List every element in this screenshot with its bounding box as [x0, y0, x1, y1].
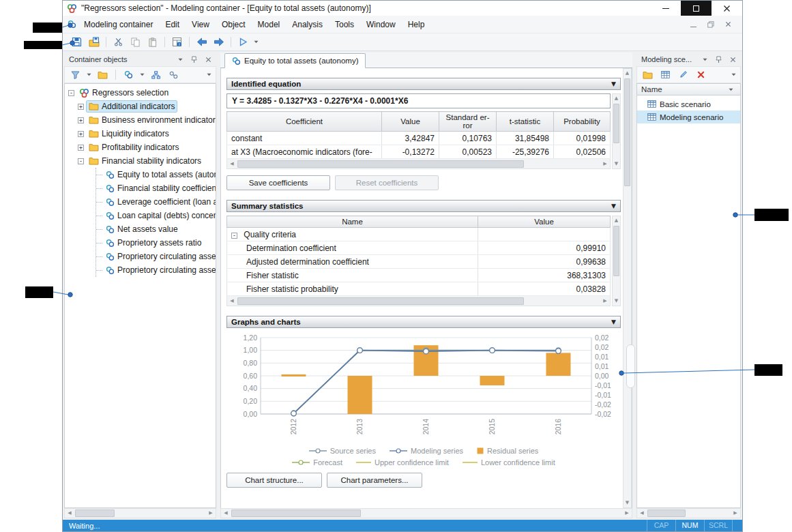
splitter-grip[interactable] [626, 344, 635, 388]
model-button[interactable] [121, 68, 136, 83]
mdi-close-button[interactable] [725, 21, 731, 27]
tree-leaf[interactable]: Proprietory circulating assets [96, 263, 216, 277]
column-header[interactable]: Value [478, 216, 611, 228]
scroll-left-icon[interactable]: ◀ [65, 509, 74, 518]
chart-structure-button[interactable]: Chart structure... [226, 473, 322, 488]
tree-folder[interactable]: +Profitability indicators [65, 141, 216, 154]
minimize-button[interactable] [650, 1, 681, 16]
tab-equity-to-total-assets[interactable]: Equity to total assets (autonomy) [224, 53, 366, 68]
statistic-row[interactable]: Determination coefficient0,99910 [227, 241, 611, 255]
tree-folder[interactable]: +Additional indicators [65, 100, 216, 113]
filter-dropdown-icon[interactable] [85, 68, 93, 83]
tree-leaf[interactable]: Net assets value [96, 222, 216, 236]
menu-help[interactable]: Help [402, 16, 431, 33]
expand-box-icon[interactable]: + [78, 104, 84, 110]
panel-close-icon[interactable] [727, 57, 739, 63]
column-header[interactable]: Name [227, 216, 478, 228]
scroll-thumb[interactable] [613, 104, 619, 143]
menu-tools[interactable]: Tools [329, 16, 360, 33]
tree-folder[interactable]: -Financial stability indicators [65, 154, 216, 168]
tree-leaf[interactable]: Equity to total assets (autono [96, 168, 216, 181]
filter-button[interactable] [68, 68, 83, 83]
cut-button[interactable] [111, 35, 126, 50]
pin-icon[interactable] [188, 56, 200, 63]
name-column-header[interactable]: Name [636, 83, 741, 95]
coefficient-row[interactable]: constant3,428470,1076331,854980,01998 [227, 132, 611, 145]
model-dropdown-icon[interactable] [138, 68, 146, 83]
collapse-icon[interactable]: ▼ [611, 319, 616, 325]
tree-leaf[interactable]: Leverage coefficient (loan ass [96, 195, 216, 209]
collapse-box-icon[interactable]: - [231, 233, 237, 239]
filter-dropdown-icon[interactable] [726, 88, 736, 91]
collapse-icon[interactable]: ▼ [611, 80, 616, 87]
run-dropdown-icon[interactable] [252, 35, 260, 50]
scenario-item[interactable]: Basic scenario [637, 98, 740, 110]
scroll-right-icon[interactable]: ▶ [731, 509, 740, 518]
delete-button[interactable] [693, 68, 709, 83]
coefficient-row[interactable]: at X3 (Macroeconomic indicators (fore--0… [227, 145, 611, 159]
scroll-right-icon[interactable]: ▶ [600, 160, 610, 168]
group-row[interactable]: - Quality criteria [227, 228, 611, 241]
statistic-row[interactable]: Fisher statistic probability0,03828 [227, 282, 611, 296]
right-splitter[interactable] [632, 53, 636, 518]
main-hscrollbar[interactable]: ◀ ▶ [220, 508, 632, 518]
statistic-row[interactable]: Adjusted determination coefficient0,9963… [227, 255, 611, 269]
right-panel-hscrollbar[interactable]: ◀ ▶ [636, 508, 741, 518]
maximize-button[interactable] [681, 1, 712, 16]
expand-box-icon[interactable]: + [78, 145, 84, 151]
menu-analysis[interactable]: Analysis [286, 16, 329, 33]
folder-button[interactable] [640, 68, 656, 83]
summary-statistics-header[interactable]: Summary statistics ▼ [226, 200, 621, 212]
scroll-right-icon[interactable]: ▶ [622, 509, 632, 518]
pencil-button[interactable] [675, 68, 691, 83]
scroll-thumb[interactable] [75, 509, 115, 517]
paste-button[interactable] [145, 35, 160, 50]
scroll-down-icon[interactable]: ▼ [623, 499, 632, 507]
scenario-item[interactable]: Modeling scenario [637, 110, 740, 123]
coefficients-hscrollbar[interactable]: ◀ ▶ [226, 159, 611, 169]
column-header[interactable]: Standard er- ror [439, 112, 497, 132]
column-header[interactable]: Probability [554, 112, 611, 132]
collapse-box-icon[interactable]: - [78, 158, 84, 164]
report-button[interactable]: i [169, 35, 185, 50]
close-button[interactable] [712, 1, 742, 16]
left-panel-hscrollbar[interactable]: ◀ ▶ [64, 508, 216, 518]
main-vscrollbar[interactable]: ▲ ▼ [623, 68, 632, 508]
scroll-left-icon[interactable]: ◀ [227, 297, 237, 306]
menu-model[interactable]: Model [252, 16, 287, 33]
column-header[interactable]: Value [382, 112, 439, 132]
menu-edit[interactable]: Edit [159, 16, 186, 33]
scroll-left-icon[interactable]: ◀ [227, 160, 237, 168]
menu-view[interactable]: View [186, 16, 216, 33]
tree-root[interactable]: -Regressors selection [65, 86, 216, 100]
graphs-and-charts-header[interactable]: Graphs and charts ▼ [226, 316, 621, 328]
scroll-right-icon[interactable]: ▶ [206, 509, 216, 518]
collapse-icon[interactable]: ▼ [611, 203, 616, 209]
mdi-restore-button[interactable] [707, 21, 714, 28]
scroll-thumb[interactable] [624, 78, 630, 186]
scroll-left-icon[interactable]: ◀ [221, 509, 231, 518]
run-button[interactable] [235, 35, 251, 50]
panel-dropdown-icon[interactable] [205, 68, 213, 83]
column-header[interactable]: Coefficient [227, 112, 382, 132]
pin-icon[interactable] [713, 56, 724, 63]
scroll-thumb[interactable] [231, 509, 361, 517]
scroll-right-icon[interactable]: ▶ [600, 297, 610, 306]
copy-button[interactable] [128, 35, 143, 50]
expand-box-icon[interactable]: + [78, 131, 84, 137]
identified-equation-header[interactable]: Identified equation ▼ [226, 78, 621, 90]
scroll-left-icon[interactable]: ◀ [637, 509, 647, 518]
save-coefficients-button[interactable]: Save coefficients [226, 175, 330, 190]
menu-window[interactable]: Window [360, 16, 402, 33]
tree-leaf[interactable]: Financial stability coefficient [96, 181, 216, 195]
folder-button[interactable] [95, 68, 111, 83]
chevron-down-icon[interactable] [700, 58, 710, 61]
left-splitter[interactable] [216, 53, 220, 518]
scroll-up-icon[interactable]: ▲ [612, 216, 621, 225]
collapse-box-icon[interactable]: - [68, 90, 74, 96]
summary-vscrollbar[interactable]: ▲ ▼ [612, 216, 621, 306]
chevron-down-icon[interactable] [175, 58, 186, 61]
menu-object[interactable]: Object [216, 16, 252, 33]
expand-box-icon[interactable]: + [78, 117, 84, 123]
tree-leaf[interactable]: Loan capital (debts) concentra [96, 209, 216, 222]
